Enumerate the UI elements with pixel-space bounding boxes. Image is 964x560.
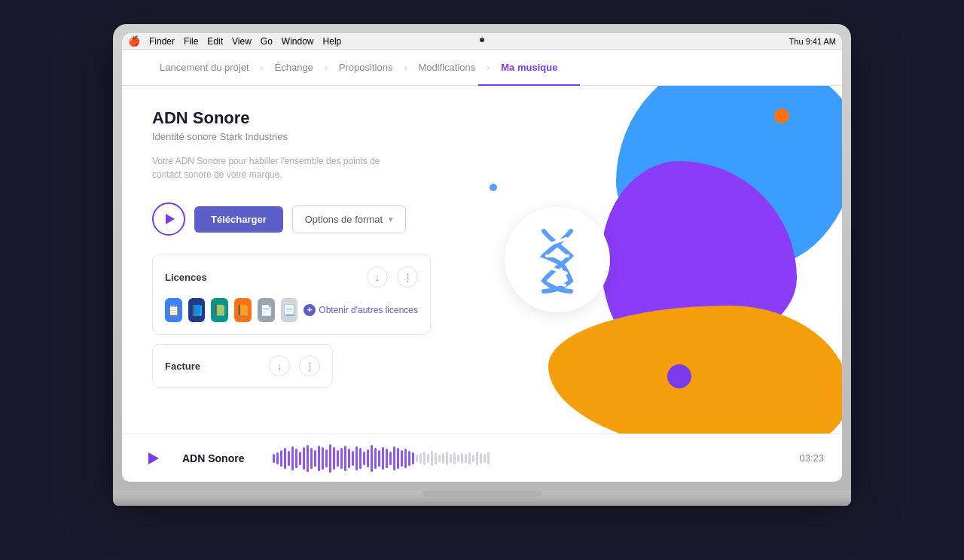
waveform-bar-active: [355, 446, 358, 470]
tab-ma-musique[interactable]: Ma musique: [478, 50, 580, 85]
license-section: Licences ↓ ⋮ 📋 📘 📗 📙 📄: [152, 254, 431, 335]
facture-label: Facture: [165, 361, 260, 372]
waveform-bar-active: [337, 450, 339, 467]
license-icon-1[interactable]: 📋: [165, 298, 182, 322]
get-more-label: Obtenir d'autres licences: [319, 305, 418, 315]
dna-circle: [505, 207, 610, 312]
license-icons: 📋 📘 📗 📙 📄 📃 + Obtenir d'autres licences: [165, 298, 418, 322]
waveform-bar-active: [333, 447, 335, 470]
waveform-bar-inactive: [423, 452, 426, 465]
laptop-bottom: [113, 491, 851, 506]
waveform-bar-inactive: [442, 453, 444, 464]
waveform-bar-active: [314, 450, 316, 467]
player-track-name: ADN Sonore: [182, 452, 258, 464]
menubar-right: Thu 9:41 AM: [789, 37, 836, 46]
waveform-container[interactable]: [273, 445, 779, 472]
license-label: Licences: [165, 272, 358, 283]
waveform-bar-active: [393, 446, 395, 470]
license-icon-3[interactable]: 📗: [211, 298, 228, 322]
license-icon-5[interactable]: 📄: [258, 298, 275, 322]
waveform-bar-active: [318, 446, 320, 471]
license-share-button[interactable]: ⋮: [397, 266, 418, 288]
waveform-bar-active: [386, 449, 388, 468]
menubar-view[interactable]: View: [232, 36, 252, 47]
waveform-bar-active: [412, 452, 414, 464]
license-icon-4[interactable]: 📙: [234, 298, 252, 322]
action-row: Télécharger Options de format ▾: [152, 202, 488, 236]
menubar-window[interactable]: Window: [282, 36, 314, 47]
blob-orange: [548, 306, 842, 434]
nav-tabs: Lancement du projet › Échange › Proposit…: [122, 50, 842, 86]
waveform-bar-active: [325, 449, 328, 467]
menubar-finder[interactable]: Finder: [149, 36, 175, 47]
menubar-time: Thu 9:41 AM: [789, 37, 836, 46]
main-area: ADN Sonore Identité sonore Stark Industr…: [122, 86, 842, 434]
waveform-bar-active: [273, 454, 275, 463]
waveform-bar-active: [295, 449, 297, 468]
download-button[interactable]: Télécharger: [194, 206, 283, 233]
waveform-bar-active: [374, 448, 377, 469]
menubar-edit[interactable]: Edit: [207, 36, 223, 47]
facture-share-button[interactable]: ⋮: [299, 355, 320, 376]
waveform-bar-active: [280, 450, 282, 467]
dot-purple: [667, 364, 691, 388]
player-play-button[interactable]: [140, 445, 167, 472]
waveform-bar-active: [352, 451, 354, 466]
waveform-bar-active: [348, 449, 350, 468]
format-options-label: Options de format: [305, 214, 383, 225]
waveform-bar-active: [276, 452, 279, 464]
waveform-bar-active: [363, 452, 365, 465]
play-icon: [166, 214, 175, 224]
license-icon-6[interactable]: 📃: [281, 298, 298, 322]
waveform-bar-inactive: [416, 455, 418, 462]
menubar-go[interactable]: Go: [261, 36, 273, 47]
dna-svg-icon: [523, 226, 591, 294]
waveform-bar-active: [329, 444, 331, 473]
app-content: Lancement du projet › Échange › Proposit…: [122, 50, 842, 482]
waveform-bar-inactive: [468, 452, 471, 464]
illustration-area: [482, 86, 842, 434]
player-play-icon: [148, 452, 159, 464]
chevron-down-icon: ▾: [389, 215, 393, 224]
waveform-bar-inactive: [476, 452, 478, 465]
menubar-file[interactable]: File: [184, 36, 198, 47]
content-section: ADN Sonore Identité sonore Stark Industr…: [122, 86, 518, 434]
camera-dot: [480, 38, 484, 42]
waveform-bar-active: [359, 448, 362, 469]
player-bar: ADN Sonore 03:23: [122, 434, 842, 482]
waveform-bar-inactive: [453, 452, 456, 464]
license-download-button[interactable]: ↓: [367, 266, 388, 288]
screen-content: 🍎 Finder File Edit View Go Window Help T…: [122, 33, 842, 482]
waveform-bar-active: [344, 446, 346, 471]
waveform-bar-inactive: [431, 451, 433, 466]
waveform-bar-inactive: [450, 454, 452, 463]
license-header: Licences ↓ ⋮: [165, 266, 418, 288]
waveform-bar-inactive: [484, 454, 486, 463]
waveform-bar-inactive: [427, 454, 429, 463]
format-options-button[interactable]: Options de format ▾: [292, 205, 406, 233]
facture-header: Facture ↓ ⋮: [165, 355, 320, 376]
dot-orange: [774, 108, 789, 123]
get-more-licenses-link[interactable]: + Obtenir d'autres licences: [304, 304, 418, 316]
laptop-foot: [113, 497, 851, 506]
waveform-bar-inactive: [465, 454, 467, 463]
screen-bezel: 🍎 Finder File Edit View Go Window Help T…: [122, 33, 842, 482]
menubar-left: 🍎 Finder File Edit View Go Window Help: [128, 35, 341, 47]
waveform-bar-active: [340, 448, 343, 469]
menubar-help[interactable]: Help: [323, 36, 342, 47]
waveform-bar-active: [378, 450, 380, 467]
waveform-bar-active: [397, 448, 399, 469]
waveform-bar-active: [382, 447, 384, 470]
apple-icon[interactable]: 🍎: [128, 35, 140, 47]
waveform-bar-active: [310, 448, 313, 469]
waveform-bar-active: [284, 448, 286, 469]
waveform-bar-inactive: [461, 453, 463, 464]
play-button[interactable]: [152, 202, 185, 236]
license-icon-2[interactable]: 📘: [188, 298, 206, 322]
waveform-bar-active: [288, 451, 290, 466]
project-title: ADN Sonore: [152, 108, 488, 128]
facture-download-button[interactable]: ↓: [269, 355, 290, 376]
waveform-bar-active: [299, 452, 301, 465]
plus-icon: +: [304, 304, 316, 316]
waveform-bar-active: [371, 445, 373, 472]
